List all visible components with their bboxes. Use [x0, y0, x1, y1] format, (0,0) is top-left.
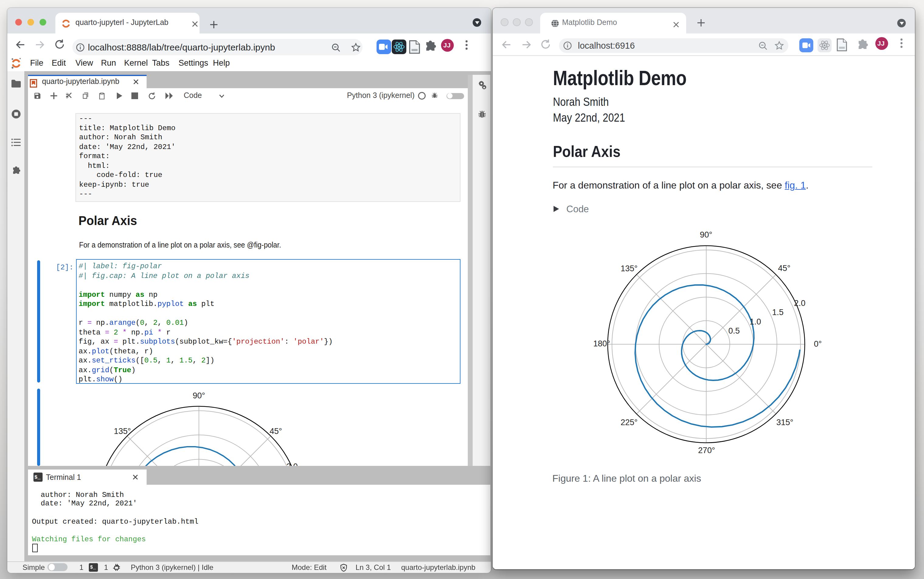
svg-text:2.0: 2.0 — [286, 462, 298, 466]
svg-text:45°: 45° — [270, 427, 282, 436]
svg-text:1.0: 1.0 — [749, 317, 761, 326]
svg-text:90°: 90° — [700, 230, 712, 239]
svg-text:1.5: 1.5 — [772, 308, 783, 317]
svg-text:135°: 135° — [620, 264, 638, 273]
svg-text:225°: 225° — [620, 418, 638, 427]
svg-text:90°: 90° — [193, 391, 205, 400]
svg-text:270°: 270° — [698, 446, 715, 455]
svg-text:315°: 315° — [776, 418, 793, 427]
svg-text:45°: 45° — [778, 263, 790, 273]
svg-text:135°: 135° — [114, 427, 131, 436]
svg-text:2.0: 2.0 — [794, 299, 805, 308]
svg-text:0.5: 0.5 — [728, 326, 740, 335]
svg-text:180°: 180° — [593, 339, 610, 348]
svg-text:0°: 0° — [814, 339, 822, 348]
